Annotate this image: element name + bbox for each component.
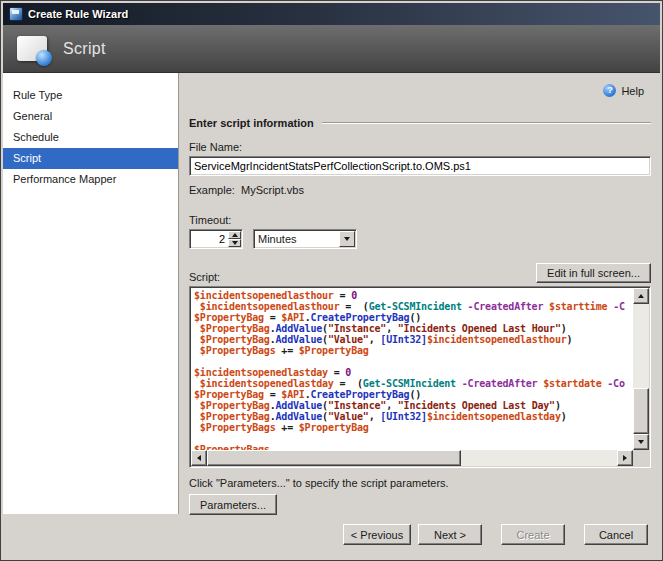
timeout-input[interactable] — [190, 230, 228, 248]
sidebar-item-rule-type[interactable]: Rule Type — [3, 85, 178, 106]
scrollbar-corner — [633, 450, 649, 466]
vertical-scroll-track[interactable] — [633, 304, 649, 434]
sidebar-item-performance-mapper[interactable]: Performance Mapper — [3, 169, 178, 190]
wizard-steps-sidebar: Rule Type General Schedule Script Perfor… — [3, 73, 179, 514]
scroll-right-button[interactable] — [617, 450, 633, 466]
sidebar-item-general[interactable]: General — [3, 106, 178, 127]
help-icon: ? — [603, 84, 616, 97]
script-label: Script: — [189, 271, 220, 283]
previous-button[interactable]: < Previous — [343, 524, 411, 545]
help-link[interactable]: ? Help — [603, 84, 644, 97]
footer-button-bar: < Previous Next > Create Cancel — [3, 514, 660, 558]
next-button[interactable]: Next > — [418, 524, 482, 545]
create-button[interactable]: Create — [501, 524, 565, 545]
horizontal-scroll-track[interactable] — [207, 450, 617, 466]
horizontal-scrollbar[interactable] — [191, 450, 633, 466]
wizard-banner: Script — [3, 25, 660, 73]
scroll-down-button[interactable] — [633, 434, 649, 450]
title-bar: Create Rule Wizard — [3, 3, 660, 25]
timeout-spin-down-button[interactable] — [228, 239, 241, 247]
window-title: Create Rule Wizard — [28, 8, 128, 20]
arrow-down-icon — [638, 440, 644, 444]
section-title: Enter script information — [189, 117, 314, 129]
timeout-unit-value: Minutes — [254, 230, 339, 248]
app-icon[interactable] — [9, 7, 23, 21]
file-name-input[interactable] — [189, 156, 651, 176]
script-editor[interactable]: $incidentsopenedlasthour = 0 $incidentso… — [189, 286, 651, 468]
edit-fullscreen-button[interactable]: Edit in full screen... — [536, 263, 651, 283]
script-page-icon — [17, 36, 47, 61]
arrow-up-icon — [638, 294, 644, 298]
chevron-down-icon — [344, 237, 350, 241]
parameters-button[interactable]: Parameters... — [189, 494, 277, 515]
help-label: Help — [621, 85, 644, 97]
dropdown-arrow-button[interactable] — [339, 231, 355, 247]
chevron-down-icon — [232, 241, 238, 245]
banner-title: Script — [63, 40, 106, 58]
scroll-left-button[interactable] — [191, 450, 207, 466]
timeout-label: Timeout: — [189, 214, 651, 226]
sidebar-item-script[interactable]: Script — [3, 148, 178, 169]
example-text: Example: MyScript.vbs — [189, 184, 651, 196]
cancel-button[interactable]: Cancel — [584, 524, 648, 545]
section-divider — [322, 122, 651, 124]
timeout-spin-up-button[interactable] — [228, 231, 241, 239]
chevron-up-icon — [232, 233, 238, 237]
parameters-hint: Click "Parameters..." to specify the scr… — [189, 477, 651, 489]
blue-sphere-icon — [36, 50, 52, 66]
file-name-label: File Name: — [189, 141, 651, 153]
sidebar-item-schedule[interactable]: Schedule — [3, 127, 178, 148]
main-panel: ? Help Enter script information File Nam… — [179, 73, 660, 514]
timeout-unit-select[interactable]: Minutes — [253, 229, 357, 249]
create-rule-wizard-window: Create Rule Wizard Script Rule Type Gene… — [0, 0, 663, 561]
timeout-stepper[interactable] — [189, 229, 243, 249]
arrow-right-icon — [623, 455, 627, 461]
arrow-left-icon — [197, 455, 201, 461]
horizontal-scroll-thumb[interactable] — [207, 450, 461, 466]
vertical-scrollbar[interactable] — [633, 288, 649, 450]
section-heading: Enter script information — [189, 117, 651, 129]
script-code[interactable]: $incidentsopenedlasthour = 0 $incidentso… — [191, 288, 633, 450]
scroll-up-button[interactable] — [633, 288, 649, 304]
vertical-scroll-thumb[interactable] — [633, 388, 649, 434]
